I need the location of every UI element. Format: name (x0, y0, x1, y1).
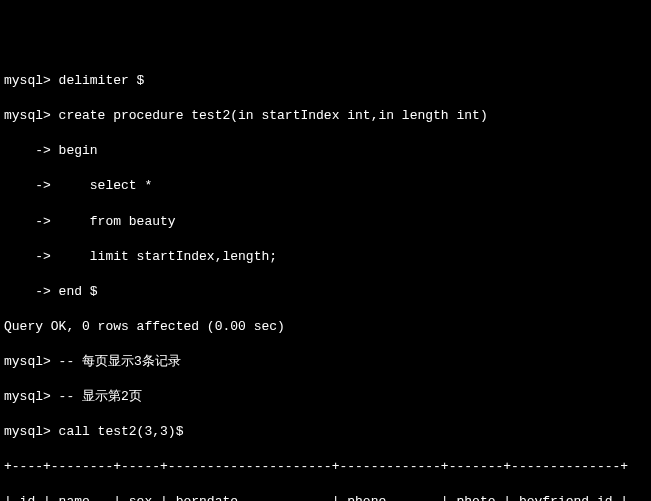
comment-text: -- 显示第2页 (59, 389, 142, 404)
cont-prompt: -> (4, 249, 59, 264)
comment-text: -- 每页显示3条记录 (59, 354, 181, 369)
mysql-prompt: mysql> (4, 73, 59, 88)
cmd-line: -> from beauty (4, 213, 647, 231)
cmd-text: begin (59, 143, 98, 158)
cmd-text: from beauty (59, 214, 176, 229)
cmd-line: mysql> call test2(3,3)$ (4, 423, 647, 441)
cmd-text: end $ (59, 284, 98, 299)
mysql-prompt: mysql> (4, 424, 59, 439)
cmd-line: -> limit startIndex,length; (4, 248, 647, 266)
table-border: +----+--------+-----+-------------------… (4, 458, 647, 476)
cmd-line: mysql> delimiter $ (4, 72, 647, 90)
table-header: | id | name | sex | borndate | phone | p… (4, 493, 647, 501)
cmd-line: -> begin (4, 142, 647, 160)
cmd-line: -> end $ (4, 283, 647, 301)
cont-prompt: -> (4, 143, 59, 158)
cont-prompt: -> (4, 284, 59, 299)
cmd-line: -> select * (4, 177, 647, 195)
mysql-prompt: mysql> (4, 389, 59, 404)
cmd-text: create procedure test2(in startIndex int… (59, 108, 488, 123)
cont-prompt: -> (4, 178, 59, 193)
cmd-text: delimiter $ (59, 73, 145, 88)
cmd-text: select * (59, 178, 153, 193)
mysql-prompt: mysql> (4, 108, 59, 123)
status-line: Query OK, 0 rows affected (0.00 sec) (4, 318, 647, 336)
call-text: call test2(3,3)$ (59, 424, 184, 439)
cmd-line: mysql> create procedure test2(in startIn… (4, 107, 647, 125)
cmd-line: mysql> -- 显示第2页 (4, 388, 647, 406)
cont-prompt: -> (4, 214, 59, 229)
cmd-line: mysql> -- 每页显示3条记录 (4, 353, 647, 371)
cmd-text: limit startIndex,length; (59, 249, 277, 264)
mysql-prompt: mysql> (4, 354, 59, 369)
